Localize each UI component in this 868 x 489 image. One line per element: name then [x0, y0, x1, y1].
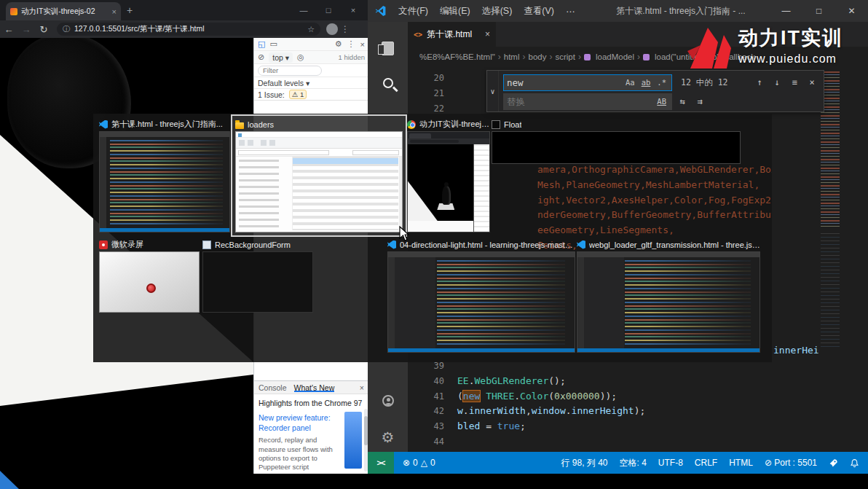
- tab-current-file[interactable]: <> 第十课.html ×: [408, 22, 497, 47]
- brand-logo-icon: [686, 26, 733, 71]
- breadcrumb-item[interactable]: html: [504, 52, 520, 61]
- breadcrumb-item[interactable]: loadModel: [596, 52, 634, 61]
- alt-tab-item-float[interactable]: Float: [492, 119, 741, 164]
- find-input[interactable]: [507, 77, 621, 88]
- profile-avatar[interactable]: [326, 23, 338, 35]
- live-server-port[interactable]: ⊘ Port : 5501: [765, 458, 817, 468]
- menu-edit[interactable]: 编辑(E): [434, 5, 476, 17]
- tab-close-icon[interactable]: ×: [485, 29, 490, 39]
- account-icon[interactable]: [368, 385, 408, 417]
- notifications-bell-icon[interactable]: [850, 458, 859, 468]
- eye-icon[interactable]: ◎: [297, 52, 304, 62]
- new-tab-button[interactable]: +: [127, 4, 133, 16]
- context-selector[interactable]: top ▾: [269, 52, 293, 63]
- alt-tab-item-vscode-gltf-transmission[interactable]: webgl_loader_gltf_transmission.html - th…: [577, 239, 760, 353]
- match-count: 12 中的 12: [681, 77, 728, 88]
- browser-tab[interactable]: 动力IT实训-threejs-02 ×: [6, 2, 121, 20]
- vscode-close-button[interactable]: ✕: [835, 0, 868, 22]
- site-info-icon[interactable]: ⓘ: [63, 24, 70, 34]
- previous-match-icon[interactable]: ↑: [752, 77, 767, 87]
- explorer-icon[interactable]: [368, 32, 408, 64]
- url-text: 127.0.0.1:5501/src/第十课/第十课.html: [74, 24, 303, 34]
- vscode-maximize-button[interactable]: □: [802, 0, 835, 22]
- encoding-setting[interactable]: UTF-8: [658, 458, 683, 468]
- issues-badge[interactable]: ⚠ 1: [289, 90, 307, 99]
- devtools-drawer-tabbar: Console What's New ×: [254, 380, 368, 394]
- regex-icon[interactable]: .*: [655, 77, 668, 87]
- cursor-position[interactable]: 行 98, 列 40: [561, 457, 607, 469]
- window-thumbnail: [202, 251, 313, 313]
- find-in-selection-icon[interactable]: ≡: [787, 77, 802, 87]
- replace-input-box: AB: [503, 93, 672, 110]
- warnings-icon: △: [421, 458, 427, 468]
- replace-all-icon[interactable]: ⇉: [693, 96, 707, 106]
- clear-console-icon[interactable]: ⊘: [258, 52, 264, 62]
- menu-selection[interactable]: 选择(S): [476, 5, 518, 17]
- forward-button[interactable]: →: [17, 24, 35, 35]
- menu-file[interactable]: 文件(F): [392, 5, 434, 17]
- errors-icon: ⊗: [403, 458, 410, 468]
- breadcrumb-item[interactable]: body: [529, 52, 547, 61]
- alt-tab-item-browser-threejs[interactable]: 动力IT实训-threejs...: [407, 119, 490, 232]
- tab-close-icon[interactable]: ×: [112, 7, 117, 16]
- window-label: 第十课.html - threejs入门指南...: [111, 119, 223, 130]
- drawer-close-icon[interactable]: ×: [360, 383, 364, 392]
- whole-word-icon[interactable]: ab: [639, 77, 653, 87]
- vscode-minimize-button[interactable]: —: [770, 0, 802, 22]
- eol-setting[interactable]: CRLF: [695, 458, 717, 468]
- browser-close-button[interactable]: ×: [341, 0, 366, 20]
- alt-tab-item-loaders-selected[interactable]: loaders: [231, 114, 407, 237]
- toggle-replace-icon[interactable]: ∨: [487, 71, 499, 112]
- remote-indicator[interactable]: ><: [368, 452, 394, 474]
- alt-tab-item-vscode-lesson10[interactable]: 第十课.html - threejs入门指南...: [99, 119, 230, 232]
- vscode-statusbar: >< ⊗0 △0 行 98, 列 40 空格: 4 UTF-8 CRLF HTM…: [368, 452, 868, 474]
- minimap[interactable]: [819, 67, 841, 452]
- alt-tab-item-recbackgroundform[interactable]: RecBackgroundForm: [202, 239, 313, 313]
- browser-menu-icon[interactable]: ⋮: [338, 24, 352, 34]
- alt-tab-item-vscode-directional-light[interactable]: 04-directional-light.html - learning-thr…: [387, 239, 575, 353]
- next-match-icon[interactable]: ↓: [770, 77, 784, 87]
- devtools-kebab-icon[interactable]: ⋮: [347, 39, 355, 49]
- devtools-close-icon[interactable]: ×: [360, 40, 365, 49]
- address-bar[interactable]: ⓘ 127.0.0.1:5501/src/第十课/第十课.html ☆: [57, 23, 320, 36]
- console-filter-input[interactable]: [258, 66, 322, 76]
- log-levels-dropdown[interactable]: Default levels ▾: [258, 79, 309, 87]
- favicon: [10, 8, 17, 15]
- replace-one-icon[interactable]: ⇆: [675, 96, 690, 106]
- code-lines-bottom: 3940EE.WebGLRenderer();41(new THREE.Colo…: [408, 359, 824, 452]
- bookmark-star-icon[interactable]: ☆: [307, 25, 315, 34]
- folder-icon: [235, 122, 244, 129]
- rocket-icon[interactable]: [829, 458, 838, 468]
- drawer-tab-whats-new[interactable]: What's New: [294, 383, 335, 392]
- whats-new-link[interactable]: New preview feature: Recorder panel: [259, 412, 331, 433]
- tab-label: 第十课.html: [427, 28, 481, 41]
- browser-maximize-button[interactable]: □: [316, 0, 341, 20]
- search-icon[interactable]: [368, 67, 408, 99]
- breadcrumb-item[interactable]: %E8%AF%BE.html": [419, 52, 495, 61]
- issues-label[interactable]: 1 Issue:: [258, 90, 285, 99]
- window-thumbnail: [577, 251, 760, 353]
- devtools-gear-icon[interactable]: ⚙: [335, 39, 342, 49]
- breadcrumb-item[interactable]: script: [555, 52, 575, 61]
- preserve-case-icon[interactable]: AB: [655, 96, 668, 106]
- menu-more[interactable]: ⋯: [560, 6, 581, 17]
- inspect-icon[interactable]: ◱: [258, 39, 265, 49]
- close-find-icon[interactable]: ×: [805, 77, 819, 87]
- task-switcher-overlay: amera,OrthographicCamera,WebGLRenderer,B…: [93, 114, 772, 362]
- alt-tab-item-recorder[interactable]: 微软录屏: [99, 239, 200, 313]
- problems-indicator[interactable]: ⊗0 △0: [403, 458, 435, 468]
- window-label: RecBackgroundForm: [215, 240, 291, 249]
- port-icon: ⊘: [765, 458, 772, 468]
- indent-setting[interactable]: 空格: 4: [620, 457, 647, 469]
- replace-input[interactable]: [507, 96, 652, 107]
- reload-button[interactable]: ↻: [35, 24, 52, 35]
- browser-minimize-button[interactable]: —: [291, 0, 316, 20]
- back-button[interactable]: ←: [0, 24, 17, 35]
- device-toolbar-icon[interactable]: ▭: [269, 39, 277, 49]
- settings-gear-icon[interactable]: ⚙: [368, 421, 408, 453]
- match-case-icon[interactable]: Aa: [623, 77, 637, 87]
- window-thumbnail: [407, 131, 490, 232]
- menu-view[interactable]: 查看(V): [518, 5, 560, 17]
- drawer-tab-console[interactable]: Console: [259, 383, 287, 392]
- language-mode[interactable]: HTML: [729, 458, 753, 468]
